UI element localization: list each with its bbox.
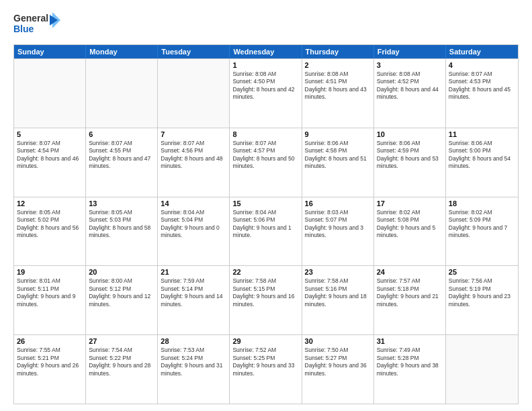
calendar-cell: 5Sunrise: 8:07 AM Sunset: 4:54 PM Daylig… — [14, 128, 86, 197]
calendar-cell: 18Sunrise: 8:02 AM Sunset: 5:09 PM Dayli… — [446, 197, 518, 266]
calendar-header: SundayMondayTuesdayWednesdayThursdayFrid… — [14, 45, 518, 58]
calendar-cell: 7Sunrise: 8:07 AM Sunset: 4:56 PM Daylig… — [158, 128, 230, 197]
cell-info: Sunrise: 8:08 AM Sunset: 4:50 PM Dayligh… — [232, 71, 298, 101]
cell-day-number: 6 — [89, 130, 154, 138]
cell-info: Sunrise: 7:57 AM Sunset: 5:18 PM Dayligh… — [377, 277, 443, 308]
calendar-cell — [446, 335, 518, 404]
weekday-header-friday: Friday — [374, 45, 446, 58]
calendar-cell: 10Sunrise: 8:06 AM Sunset: 4:59 PM Dayli… — [374, 128, 446, 197]
calendar-cell: 17Sunrise: 8:02 AM Sunset: 5:08 PM Dayli… — [374, 197, 446, 266]
cell-day-number: 24 — [377, 268, 443, 276]
calendar-cell: 16Sunrise: 8:03 AM Sunset: 5:07 PM Dayli… — [302, 197, 374, 266]
cell-day-number: 7 — [161, 130, 226, 138]
calendar-cell: 25Sunrise: 7:56 AM Sunset: 5:19 PM Dayli… — [446, 266, 518, 334]
calendar-cell: 6Sunrise: 8:07 AM Sunset: 4:55 PM Daylig… — [86, 128, 158, 197]
cell-info: Sunrise: 7:50 AM Sunset: 5:27 PM Dayligh… — [305, 347, 371, 377]
cell-info: Sunrise: 8:02 AM Sunset: 5:09 PM Dayligh… — [449, 209, 515, 240]
cell-day-number: 18 — [449, 199, 515, 208]
weekday-header-thursday: Thursday — [302, 45, 374, 58]
cell-info: Sunrise: 7:54 AM Sunset: 5:22 PM Dayligh… — [89, 347, 154, 377]
cell-day-number: 17 — [377, 199, 443, 208]
cell-info: Sunrise: 8:06 AM Sunset: 4:59 PM Dayligh… — [377, 140, 443, 171]
calendar-cell: 24Sunrise: 7:57 AM Sunset: 5:18 PM Dayli… — [374, 266, 446, 334]
cell-day-number: 4 — [449, 61, 515, 69]
calendar-cell: 1Sunrise: 8:08 AM Sunset: 4:50 PM Daylig… — [230, 59, 302, 128]
cell-day-number: 2 — [305, 61, 371, 69]
logo: GeneralBlue — [13, 11, 60, 38]
cell-day-number: 30 — [305, 337, 371, 345]
calendar-cell — [86, 59, 158, 128]
calendar-cell: 27Sunrise: 7:54 AM Sunset: 5:22 PM Dayli… — [86, 335, 158, 404]
calendar-cell: 26Sunrise: 7:55 AM Sunset: 5:21 PM Dayli… — [14, 335, 86, 404]
cell-day-number: 10 — [377, 130, 443, 138]
header: GeneralBlue — [13, 11, 519, 38]
cell-info: Sunrise: 8:04 AM Sunset: 5:04 PM Dayligh… — [161, 209, 226, 240]
calendar-cell: 15Sunrise: 8:04 AM Sunset: 5:06 PM Dayli… — [230, 197, 302, 266]
cell-day-number: 5 — [17, 130, 83, 138]
weekday-header-tuesday: Tuesday — [158, 45, 230, 58]
calendar-week-5: 26Sunrise: 7:55 AM Sunset: 5:21 PM Dayli… — [14, 334, 518, 404]
cell-info: Sunrise: 7:49 AM Sunset: 5:28 PM Dayligh… — [377, 347, 443, 377]
svg-text:Blue: Blue — [13, 24, 34, 34]
calendar-cell: 22Sunrise: 7:58 AM Sunset: 5:15 PM Dayli… — [230, 266, 302, 334]
cell-info: Sunrise: 7:56 AM Sunset: 5:19 PM Dayligh… — [449, 277, 515, 308]
cell-day-number: 19 — [17, 268, 83, 276]
cell-info: Sunrise: 8:06 AM Sunset: 5:00 PM Dayligh… — [449, 140, 515, 171]
cell-day-number: 15 — [232, 199, 298, 208]
calendar-cell: 23Sunrise: 7:58 AM Sunset: 5:16 PM Dayli… — [302, 266, 374, 334]
cell-day-number: 31 — [377, 337, 443, 345]
cell-info: Sunrise: 7:53 AM Sunset: 5:24 PM Dayligh… — [161, 347, 226, 377]
calendar-cell: 14Sunrise: 8:04 AM Sunset: 5:04 PM Dayli… — [158, 197, 230, 266]
calendar-cell: 29Sunrise: 7:52 AM Sunset: 5:25 PM Dayli… — [230, 335, 302, 404]
calendar-week-4: 19Sunrise: 8:01 AM Sunset: 5:11 PM Dayli… — [14, 265, 518, 334]
cell-info: Sunrise: 8:08 AM Sunset: 4:52 PM Dayligh… — [377, 71, 443, 101]
calendar-week-3: 12Sunrise: 8:05 AM Sunset: 5:02 PM Dayli… — [14, 197, 518, 266]
cell-day-number: 13 — [89, 199, 154, 208]
cell-day-number: 29 — [232, 337, 298, 345]
cell-day-number: 11 — [449, 130, 515, 138]
cell-info: Sunrise: 8:04 AM Sunset: 5:06 PM Dayligh… — [232, 209, 298, 240]
cell-day-number: 23 — [305, 268, 371, 276]
calendar-cell: 13Sunrise: 8:05 AM Sunset: 5:03 PM Dayli… — [86, 197, 158, 266]
cell-day-number: 27 — [89, 337, 154, 345]
cell-day-number: 28 — [161, 337, 226, 345]
calendar-cell: 30Sunrise: 7:50 AM Sunset: 5:27 PM Dayli… — [302, 335, 374, 404]
cell-day-number: 8 — [232, 130, 298, 138]
cell-day-number: 9 — [305, 130, 371, 138]
cell-info: Sunrise: 8:07 AM Sunset: 4:57 PM Dayligh… — [232, 140, 298, 171]
calendar-cell: 20Sunrise: 8:00 AM Sunset: 5:12 PM Dayli… — [86, 266, 158, 334]
svg-text:General: General — [13, 13, 48, 24]
cell-info: Sunrise: 8:07 AM Sunset: 4:53 PM Dayligh… — [449, 71, 515, 101]
weekday-header-monday: Monday — [86, 45, 158, 58]
calendar-cell: 2Sunrise: 8:08 AM Sunset: 4:51 PM Daylig… — [302, 59, 374, 128]
cell-info: Sunrise: 8:07 AM Sunset: 4:54 PM Dayligh… — [17, 140, 83, 171]
cell-day-number: 12 — [17, 199, 83, 208]
cell-info: Sunrise: 7:59 AM Sunset: 5:14 PM Dayligh… — [161, 277, 226, 308]
cell-info: Sunrise: 8:08 AM Sunset: 4:51 PM Dayligh… — [305, 71, 371, 101]
calendar-cell: 19Sunrise: 8:01 AM Sunset: 5:11 PM Dayli… — [14, 266, 86, 334]
calendar-cell: 12Sunrise: 8:05 AM Sunset: 5:02 PM Dayli… — [14, 197, 86, 266]
cell-info: Sunrise: 8:01 AM Sunset: 5:11 PM Dayligh… — [17, 277, 83, 308]
cell-day-number: 21 — [161, 268, 226, 276]
cell-day-number: 16 — [305, 199, 371, 208]
cell-info: Sunrise: 8:05 AM Sunset: 5:02 PM Dayligh… — [17, 209, 83, 240]
calendar-cell — [158, 59, 230, 128]
weekday-header-wednesday: Wednesday — [230, 45, 302, 58]
calendar-cell: 9Sunrise: 8:06 AM Sunset: 4:58 PM Daylig… — [302, 128, 374, 197]
calendar-body: 1Sunrise: 8:08 AM Sunset: 4:50 PM Daylig… — [14, 58, 518, 404]
cell-day-number: 1 — [232, 61, 298, 69]
cell-info: Sunrise: 8:07 AM Sunset: 4:55 PM Dayligh… — [89, 140, 154, 171]
calendar-cell: 31Sunrise: 7:49 AM Sunset: 5:28 PM Dayli… — [374, 335, 446, 404]
page: GeneralBlue SundayMondayTuesdayWednesday… — [0, 0, 532, 411]
cell-day-number: 14 — [161, 199, 226, 208]
calendar-week-1: 1Sunrise: 8:08 AM Sunset: 4:50 PM Daylig… — [14, 58, 518, 128]
cell-day-number: 20 — [89, 268, 154, 276]
cell-day-number: 25 — [449, 268, 515, 276]
cell-info: Sunrise: 8:05 AM Sunset: 5:03 PM Dayligh… — [89, 209, 154, 240]
calendar-week-2: 5Sunrise: 8:07 AM Sunset: 4:54 PM Daylig… — [14, 128, 518, 197]
cell-day-number: 3 — [377, 61, 443, 69]
cell-info: Sunrise: 8:00 AM Sunset: 5:12 PM Dayligh… — [89, 277, 154, 308]
logo-svg: GeneralBlue — [13, 11, 60, 38]
cell-info: Sunrise: 7:55 AM Sunset: 5:21 PM Dayligh… — [17, 347, 83, 377]
calendar-cell: 4Sunrise: 8:07 AM Sunset: 4:53 PM Daylig… — [446, 59, 518, 128]
